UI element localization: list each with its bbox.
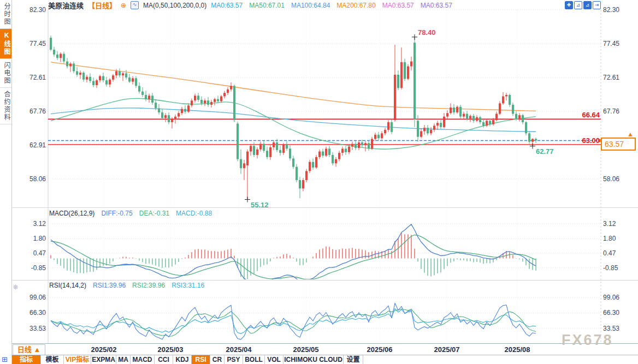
y-axis-label: 66.30: [603, 309, 619, 317]
indicator-value-label: DEA:-0.31: [139, 210, 169, 217]
y-axis-label: 77.45: [603, 40, 619, 47]
ma-legend-item: MA100:64.84: [291, 2, 330, 9]
layout-grid-icon[interactable]: ⊞: [2, 355, 8, 363]
tab-MA[interactable]: MA: [116, 355, 131, 364]
price-alert-label: 63.00: [577, 136, 600, 145]
tab-BOLL[interactable]: BOLL: [243, 355, 265, 364]
sidebar-item-合约资料[interactable]: 合约资料: [0, 88, 11, 124]
macd-title: MACD(26,12,9): [49, 210, 94, 217]
tab-VIP指标[interactable]: VIP指标: [64, 355, 91, 364]
collapse-panel-icon[interactable]: ⇥: [593, 1, 601, 9]
y-axis-label: 67.76: [13, 108, 46, 115]
y-axis-label: 72.61: [13, 74, 46, 81]
rsi-legend: RSI(14,14,2) RSI1:39.96RSI2:39.96RSI3:31…: [49, 282, 204, 289]
y-axis-label: 33.53: [13, 325, 46, 332]
indicator-value-label: RSI2:39.96: [132, 282, 165, 289]
x-axis-month-label: 2025/05: [288, 345, 323, 354]
y-axis-label: 66.30: [13, 309, 46, 317]
chart-canvas[interactable]: [0, 0, 638, 364]
x-axis-month-label: 2025/07: [429, 345, 464, 354]
period-selector[interactable]: 日线 ▲: [13, 344, 45, 355]
y-axis-label: -0.85: [603, 264, 618, 272]
indicator-value-label: DIFF:-0.75: [101, 210, 132, 217]
tab-ICHIMOKU CLOUD[interactable]: ICHIMOKU CLOUD: [283, 355, 344, 364]
chart-type-sidebar: 分时图K线图闪电图合约资料: [0, 0, 12, 364]
indicator-tab-bar: 指标模板VIP指标EXPMAMAMACDCCIKDJRSICRPSYBOLLVO…: [12, 355, 638, 364]
y-axis-label: 72.61: [603, 74, 619, 81]
tab-PSY[interactable]: PSY: [225, 355, 243, 364]
ma-legend: MA0:63.57MA50:67.01MA100:64.84MA200:67.8…: [211, 2, 452, 9]
y-axis-label: 1.80: [13, 235, 46, 242]
price-annotation: 78.40: [418, 28, 436, 37]
x-axis-row: 日线 ▲ 2025/022025/032025/042025/052025/06…: [12, 343, 638, 355]
current-price-box: 63.57: [601, 138, 636, 151]
tab-CCI[interactable]: CCI: [155, 355, 173, 364]
dropdown-arrow-icon: ▲: [33, 345, 40, 354]
y-axis-label: 33.53: [603, 325, 619, 332]
price-annotation: 62.77: [536, 147, 554, 156]
tab-EXPMA[interactable]: EXPMA: [91, 355, 116, 364]
chart-header: 美原油连续 【日线】 ⊕ ∿ MA(0,50,100,200,0,0) MA0:…: [48, 1, 452, 10]
watermark: FX678: [562, 332, 613, 349]
tab-RSI[interactable]: RSI: [192, 355, 210, 364]
indicator-snowflake-icon[interactable]: ❊: [13, 284, 18, 291]
ma-legend-item: MA0:63.57: [421, 2, 452, 9]
add-compare-icon[interactable]: ⊕: [121, 2, 126, 9]
macd-legend: MACD(26,12,9) DIFF:-0.75DEA:-0.31MACD:-0…: [49, 210, 212, 217]
trading-app-window: 分时图K线图闪电图合约资料 ⊞ 美原油连续 【日线】 ⊕ ∿ MA(0,50,1…: [0, 0, 638, 364]
y-axis-label: 99.06: [603, 294, 619, 301]
y-axis-label: 0.47: [603, 249, 616, 257]
x-axis-month-label: 2025/06: [362, 345, 397, 354]
ma-settings-label: MA(0,50,100,200,0,0): [143, 2, 206, 9]
period-tag: 【日线】: [88, 0, 116, 10]
crosshair-icon[interactable]: ✚: [565, 1, 573, 9]
x-axis-month-label: 2025/08: [500, 345, 535, 354]
y-axis-label: 0.47: [13, 249, 46, 257]
indicator-value-label: RSI3:31.16: [172, 282, 204, 289]
ma-legend-item: MA0:63.57: [211, 2, 243, 9]
window-toolbar: ✚⊿⊿⇥: [565, 1, 601, 9]
y-axis-label: 62.91: [13, 141, 46, 149]
tab-MACD[interactable]: MACD: [131, 355, 155, 364]
y-axis-label: 82.30: [603, 6, 619, 14]
left-scale-icon[interactable]: ⊿: [583, 1, 592, 9]
ma-legend-item: MA200:67.80: [336, 2, 375, 9]
auto-scale-icon[interactable]: ⊿: [574, 1, 582, 9]
tab-KDJ[interactable]: KDJ: [173, 355, 192, 364]
y-axis-label: 67.76: [603, 108, 619, 115]
current-price-value: 63.57: [605, 140, 624, 148]
chart-type-icon[interactable]: ∿: [131, 1, 139, 9]
tab-设置[interactable]: 设置: [344, 355, 363, 364]
price-annotation: 55.12: [251, 201, 269, 209]
tab-CR[interactable]: CR: [210, 355, 225, 364]
tab-指标[interactable]: 指标: [12, 355, 41, 364]
x-axis-month-label: 2025/02: [86, 345, 121, 354]
indicator-value-label: MACD:-0.88: [176, 210, 212, 217]
sidebar-item-分时图[interactable]: 分时图: [0, 0, 11, 29]
x-axis-month-label: 2025/04: [221, 345, 256, 354]
y-axis-label: 82.30: [13, 6, 46, 14]
tab-模板[interactable]: 模板: [41, 355, 64, 364]
y-axis-label: 58.06: [13, 175, 46, 183]
y-axis-label: 1.80: [603, 235, 616, 242]
rsi-title: RSI(14,14,2): [49, 282, 86, 289]
indicator-value-label: RSI1:39.96: [93, 282, 126, 289]
ma-legend-item: MA50:67.01: [249, 2, 285, 9]
price-alert-label: 66.64: [577, 111, 600, 119]
sidebar-item-闪电图[interactable]: 闪电图: [0, 59, 11, 88]
y-axis-label: 99.06: [13, 294, 46, 301]
symbol-title: 美原油连续: [48, 0, 84, 10]
y-axis-label: 58.06: [603, 175, 619, 183]
ma-legend-item: MA0:63.57: [382, 2, 414, 9]
y-axis-label: 3.12: [13, 220, 46, 228]
x-axis-month-label: 2025/03: [153, 345, 188, 354]
sidebar-item-K线图[interactable]: K线图: [0, 29, 11, 59]
tab-VOL[interactable]: VOL: [265, 355, 283, 364]
y-axis-label: 77.45: [13, 40, 46, 47]
y-axis-label: -0.85: [13, 264, 46, 272]
price-up-arrow-icon: ▲: [627, 130, 634, 138]
y-axis-label: 3.12: [603, 220, 616, 228]
